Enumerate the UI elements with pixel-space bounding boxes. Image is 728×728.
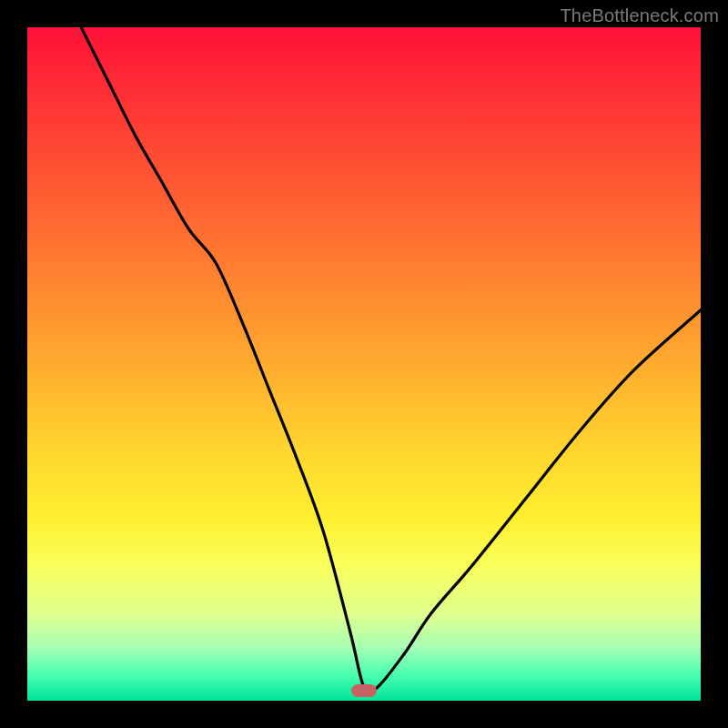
- plot-area: [27, 27, 701, 701]
- chart-frame: TheBottleneck.com: [0, 0, 728, 728]
- optimal-marker: [351, 684, 377, 697]
- bottleneck-curve: [27, 27, 701, 701]
- curve-path: [81, 27, 701, 693]
- watermark-text: TheBottleneck.com: [560, 5, 719, 26]
